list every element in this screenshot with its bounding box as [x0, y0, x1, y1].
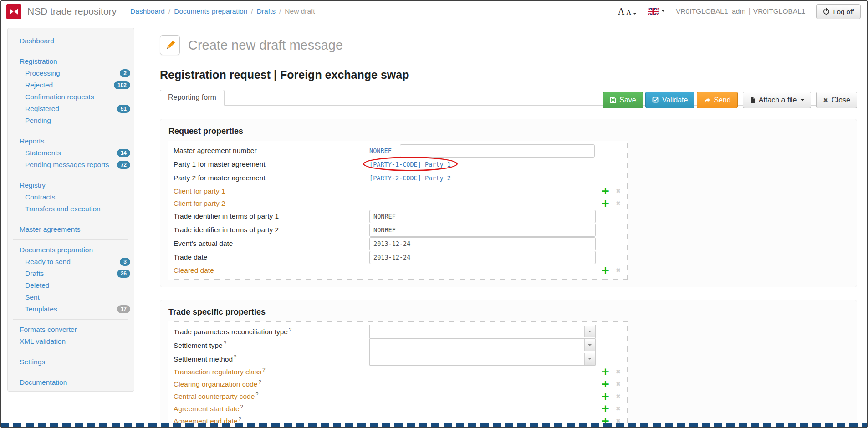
save-button[interactable]: Save	[603, 92, 643, 108]
field-label-text: Clearing organization code	[174, 381, 257, 388]
send-button[interactable]: Send	[697, 92, 737, 108]
sidebar-item-reports[interactable]: Reports	[8, 135, 134, 147]
sidebar-item-contracts[interactable]: Contracts	[8, 191, 134, 203]
code-value-wrap: NONREF	[369, 147, 400, 155]
sidebar-item-pending-messages-reports[interactable]: Pending messages reports72	[8, 159, 134, 171]
add-icon[interactable]: +	[601, 367, 610, 377]
dropdown-select[interactable]	[369, 352, 596, 366]
remove-icon[interactable]: ✖	[616, 405, 621, 412]
field-label: Event's actual date	[174, 239, 369, 248]
breadcrumb: Dashboard/Documents preparation/Drafts/N…	[130, 7, 315, 15]
breadcrumb-separator: /	[279, 7, 281, 15]
validate-button[interactable]: Validate	[645, 92, 695, 108]
font-size-large-label: A	[618, 7, 624, 16]
sidebar-item-documentation[interactable]: Documentation	[8, 377, 134, 388]
remove-icon[interactable]: ✖	[616, 393, 621, 400]
sidebar-item-label: Templates	[25, 305, 57, 313]
add-icon[interactable]: +	[601, 186, 610, 196]
help-marker[interactable]: ?	[289, 327, 291, 332]
add-icon[interactable]: +	[601, 198, 610, 209]
help-marker[interactable]: ?	[234, 354, 236, 360]
app-title: NSD trade repository	[27, 6, 117, 17]
checkbox-check-icon	[652, 97, 659, 103]
sidebar-item-pending[interactable]: Pending	[8, 115, 134, 127]
breadcrumb-item-documents-preparation[interactable]: Documents preparation	[174, 7, 247, 15]
sidebar-item-master-agreements[interactable]: Master agreements	[8, 224, 134, 235]
sidebar-item-documents-preparation[interactable]: Documents preparation	[8, 244, 134, 256]
help-marker[interactable]: ?	[238, 416, 241, 422]
field-label: Party 2 for master agreement	[174, 174, 369, 182]
dropdown-select[interactable]	[369, 325, 596, 338]
remove-icon[interactable]: ✖	[616, 200, 621, 207]
tab-reporting-form[interactable]: Reporting form	[160, 90, 225, 106]
logoff-button[interactable]: Log off	[816, 4, 861, 19]
sidebar-item-drafts[interactable]: Drafts26	[8, 268, 134, 280]
sidebar-item-registered[interactable]: Registered51	[8, 103, 134, 115]
sidebar-item-dashboard[interactable]: Dashboard	[8, 35, 134, 47]
action-buttons: Save Validate Send	[603, 92, 857, 108]
sidebar-item-registration[interactable]: Registration	[8, 56, 134, 67]
sidebar-item-statements[interactable]: Statements14	[8, 147, 134, 159]
help-marker[interactable]: ?	[262, 367, 265, 372]
font-size-selector[interactable]: A A	[618, 7, 637, 16]
add-icon[interactable]: +	[601, 379, 610, 389]
sidebar-item-confirmation-requests[interactable]: Confirmation requests	[8, 91, 134, 103]
text-input[interactable]	[400, 144, 595, 158]
field-value	[369, 251, 596, 264]
form-row-master-agreement-number: Master agreement numberNONREF	[174, 144, 622, 158]
sidebar-item-label: Documents preparation	[20, 246, 93, 254]
form-row-client-for-party-2: Client for party 2+✖	[174, 197, 622, 209]
chevron-down-icon	[584, 326, 595, 337]
add-icon[interactable]: +	[601, 403, 610, 414]
help-marker[interactable]: ?	[258, 379, 261, 385]
top-bar: NSD trade repository Dashboard/Documents…	[1, 1, 867, 22]
sidebar-item-xml-validation[interactable]: XML validation	[8, 336, 134, 347]
remove-icon[interactable]: ✖	[616, 188, 621, 194]
save-icon	[610, 97, 616, 103]
attach-file-label: Attach a file	[759, 96, 797, 104]
chevron-down-icon	[633, 13, 637, 15]
pencil-icon	[160, 35, 180, 55]
row-actions: +✖	[601, 391, 622, 402]
sidebar-item-label: Ready to send	[25, 258, 71, 266]
sidebar-item-templates[interactable]: Templates17	[8, 303, 134, 315]
sidebar-item-deleted[interactable]: Deleted	[8, 280, 134, 291]
remove-icon[interactable]: ✖	[616, 267, 621, 274]
breadcrumb-item-drafts[interactable]: Drafts	[257, 7, 276, 15]
add-icon[interactable]: +	[601, 265, 610, 275]
text-input[interactable]	[369, 237, 596, 250]
form-row-trade-identifier-in-terms-of-party-2: Trade identifier in terms of party 2	[174, 223, 622, 237]
row-actions: +✖	[601, 186, 622, 196]
text-input[interactable]	[369, 251, 596, 264]
sidebar-item-sent[interactable]: Sent	[8, 291, 134, 303]
sidebar-item-label: Drafts	[25, 270, 44, 278]
sidebar-item-ready-to-send[interactable]: Ready to send3	[8, 256, 134, 268]
breadcrumb-item-dashboard[interactable]: Dashboard	[130, 7, 165, 15]
language-selector[interactable]	[648, 8, 665, 15]
sidebar-item-label: Reports	[20, 137, 44, 145]
field-value	[369, 352, 596, 366]
form-row-agreement-start-date: Agreement start date?+✖	[174, 403, 622, 415]
field-label: Master agreement number	[174, 147, 369, 155]
attach-file-button[interactable]: Attach a file	[743, 92, 812, 108]
add-icon[interactable]: +	[601, 391, 610, 402]
remove-icon[interactable]: ✖	[616, 381, 621, 387]
help-marker[interactable]: ?	[240, 404, 243, 409]
help-marker[interactable]: ?	[224, 341, 226, 346]
sidebar-item-processing[interactable]: Processing2	[8, 67, 134, 79]
close-button[interactable]: ✖ Close	[816, 92, 857, 108]
text-input[interactable]	[369, 224, 596, 237]
field-label-text: Client for party 1	[174, 187, 225, 195]
form-row-party-2-for-master-agreement: Party 2 for master agreement[PARTY-2-COD…	[174, 171, 622, 185]
remove-icon[interactable]: ✖	[616, 368, 621, 375]
dropdown-select[interactable]	[369, 338, 596, 352]
sidebar-item-rejected[interactable]: Rejected102	[8, 79, 134, 91]
count-badge: 26	[117, 270, 130, 278]
text-input[interactable]	[369, 210, 596, 223]
sidebar-item-transfers-and-execution[interactable]: Transfers and execution	[8, 203, 134, 215]
sidebar-item-registry[interactable]: Registry	[8, 179, 134, 191]
help-marker[interactable]: ?	[255, 392, 258, 397]
sidebar-item-formats-converter[interactable]: Formats converter	[8, 324, 134, 336]
sidebar-item-label: Dashboard	[20, 37, 54, 45]
sidebar-item-settings[interactable]: Settings	[8, 356, 134, 368]
